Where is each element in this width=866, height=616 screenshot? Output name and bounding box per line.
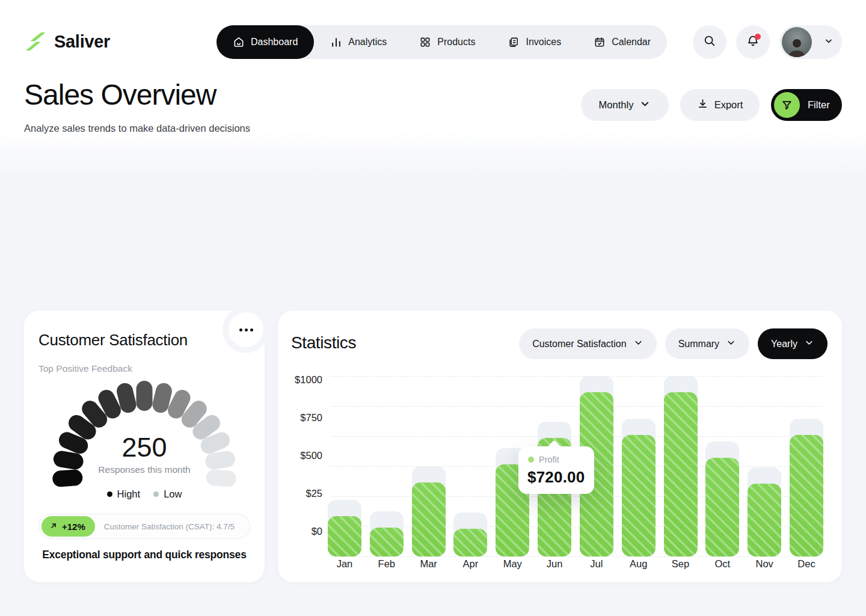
legend-high-label: Hight [117,488,141,500]
download-icon [697,98,708,112]
nav-item-invoices[interactable]: Invoices [491,25,577,59]
search-button[interactable] [693,25,726,59]
notifications-button[interactable] [736,25,770,59]
bar-apr[interactable] [453,529,487,556]
user-avatar [782,27,812,57]
x-axis-label-oct: Oct [701,558,743,570]
x-axis-label-mar: Mar [408,558,450,570]
brand-logo[interactable]: Saliver [24,31,110,52]
home-icon [233,36,245,48]
more-dots-icon [250,328,253,331]
legend-item-low: Low [153,488,182,500]
x-axis-label-aug: Aug [618,558,660,570]
gridline [331,376,821,377]
x-axis-label-nov: Nov [743,558,785,570]
x-axis-label-jun: Jun [533,558,576,570]
y-axis-tick: $500 [278,450,322,461]
satisfaction-statement: Exceptional support and quick responses [24,549,265,561]
bar-oct[interactable] [705,458,739,556]
y-axis-tick: $25 [278,488,322,499]
x-axis-label-jan: Jan [324,558,366,570]
gridline [331,436,821,437]
x-axis-label-may: May [491,558,533,570]
nav-item-analytics[interactable]: Analytics [314,25,403,59]
csat-badge-text: Customer Satisfaction (CSAT): 4.7/5 [95,522,250,531]
filter-button[interactable]: Filter [771,89,842,121]
gauge-value: 250 [24,432,265,463]
nav-item-label: Calendar [612,37,651,48]
satisfaction-card-title: Customer Satisfaction [38,331,188,350]
calendar-icon [594,36,606,48]
bar-mar[interactable] [412,482,446,556]
y-axis-tick: $0 [278,526,322,537]
tooltip-value: $720.00 [518,464,594,487]
tooltip-series-label: Profit [539,455,559,464]
card-more-button[interactable] [229,312,263,347]
y-axis-tick: $1000 [278,374,322,386]
grid-icon [419,36,431,48]
gauge-legend: Hight Low [24,488,265,500]
statistics-card: Statistics Customer SatisfactionSummaryY… [278,310,842,582]
gridline [331,556,821,557]
csat-badge: +12% Customer Satisfaction (CSAT): 4.7/5 [38,514,250,539]
search-icon [703,34,716,50]
filter-button-label: Filter [808,99,830,111]
chevron-down-icon [639,98,651,112]
legend-item-high: Hight [107,488,141,500]
page-subtitle: Analyze sales trends to make data-driven… [24,123,250,134]
x-axis-label-feb: Feb [366,558,408,570]
bar-dec[interactable] [790,435,823,556]
customer-satisfaction-card: Customer Satisfaction Top Positive Feedb… [24,310,265,582]
nav-item-products[interactable]: Products [403,25,491,59]
gauge-petal [137,381,153,411]
legend-dot-low [153,491,159,497]
invoices-icon [508,36,520,48]
chart-tooltip: Profit $720.00 [518,446,594,494]
notification-badge [755,34,761,40]
gauge-caption: Responses this month [24,464,265,475]
main-nav: DashboardAnalyticsProductsInvoicesCalend… [216,25,667,59]
nav-item-dashboard[interactable]: Dashboard [216,25,314,59]
hero-controls: Monthly Export Filter [581,89,842,121]
x-axis-label-apr: Apr [449,558,491,570]
x-axis-label-dec: Dec [785,558,828,570]
csat-delta-value: +12% [62,522,85,532]
export-button-label: Export [714,99,743,111]
arrow-up-right-icon [49,522,58,532]
page-title: Sales Overview [24,78,216,111]
satisfaction-card-subtitle: Top Positive Feedback [38,363,132,374]
chevron-down-icon [824,36,834,48]
nav-item-label: Invoices [526,37,561,48]
user-menu[interactable] [779,25,842,59]
export-button[interactable]: Export [680,89,760,121]
tooltip-series-dot [528,457,534,463]
filter-icon [774,92,800,118]
brand-name: Saliver [54,32,110,52]
top-actions [693,25,842,59]
bar-chart-icon [330,36,342,48]
bar-jan[interactable] [328,516,361,556]
nav-item-label: Products [437,37,475,48]
gridline [331,406,821,407]
saliver-logo-icon [24,31,47,52]
nav-item-label: Analytics [348,37,387,48]
period-dropdown-label: Monthly [599,99,634,111]
tooltip-series-row: Profit [518,446,594,464]
period-dropdown[interactable]: Monthly [581,89,669,121]
x-axis-label-sep: Sep [660,558,702,570]
csat-delta-chip: +12% [41,516,95,537]
more-dots-icon [245,328,248,331]
more-dots-icon [239,328,242,331]
bar-sep[interactable] [664,392,698,556]
profit-bar-chart: Profit $720.00 $1000$750$500$25$0JanFebM… [278,310,842,582]
x-axis-label-jul: Jul [576,558,618,570]
y-axis-tick: $750 [278,412,322,424]
bar-aug[interactable] [622,435,656,556]
nav-item-calendar[interactable]: Calendar [577,25,667,59]
bar-nov[interactable] [748,484,781,556]
legend-dot-high [107,491,112,497]
legend-low-label: Low [164,488,182,500]
nav-item-label: Dashboard [251,37,298,48]
bar-feb[interactable] [370,528,404,556]
